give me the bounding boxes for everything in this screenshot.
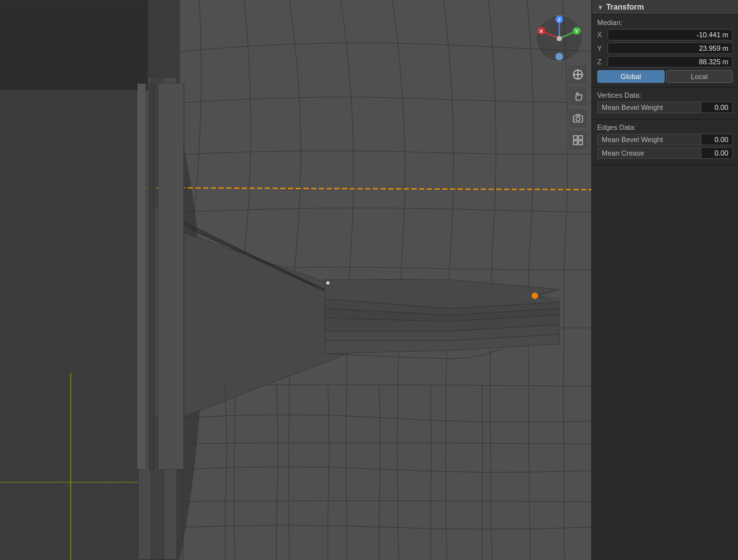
- mean-crease-label: Mean Crease: [597, 147, 701, 159]
- global-local-row: Global Local: [597, 70, 733, 83]
- edges-bevel-row: Mean Bevel Weight 0.00: [597, 134, 733, 145]
- vertices-bevel-label: Mean Bevel Weight: [597, 102, 701, 113]
- svg-rect-72: [579, 136, 582, 140]
- local-btn[interactable]: Local: [666, 70, 734, 83]
- edges-bevel-value[interactable]: 0.00: [701, 134, 733, 145]
- mean-crease-row: Mean Crease 0.00: [597, 147, 733, 159]
- svg-text:Y: Y: [575, 28, 579, 34]
- viewport-gizmo[interactable]: Z Y X: [534, 13, 585, 64]
- svg-point-65: [555, 53, 563, 60]
- global-btn[interactable]: Global: [597, 70, 665, 83]
- x-value[interactable]: [608, 29, 733, 41]
- median-section: Median: X Y Z Global Local: [592, 15, 738, 87]
- transform-arrow: ▼: [597, 4, 604, 11]
- svg-rect-73: [573, 141, 577, 145]
- edges-data-label: Edges Data:: [597, 123, 733, 131]
- viewport-3d[interactable]: Z Y X: [0, 0, 591, 560]
- vertices-bevel-row: Mean Bevel Weight 0.00: [597, 102, 733, 113]
- grid-view-btn[interactable]: [568, 130, 588, 150]
- svg-rect-74: [579, 141, 582, 145]
- svg-text:Z: Z: [558, 17, 561, 23]
- svg-text:X: X: [539, 28, 543, 34]
- z-value[interactable]: [608, 56, 733, 68]
- svg-rect-49: [138, 84, 146, 469]
- svg-point-70: [576, 117, 580, 121]
- y-label: Y: [597, 44, 608, 52]
- y-value[interactable]: [608, 42, 733, 54]
- svg-point-64: [557, 36, 562, 41]
- properties-panel: ▼ Transform Median: X Y Z Global Local V…: [591, 0, 738, 560]
- viewport-tools: [568, 64, 588, 150]
- median-label: Median:: [597, 19, 733, 26]
- vertices-bevel-value[interactable]: 0.00: [701, 102, 733, 113]
- transform-title: Transform: [606, 3, 644, 12]
- hand-tool-btn[interactable]: [568, 86, 588, 107]
- svg-point-47: [532, 293, 538, 299]
- vertices-data-label: Vertices Data:: [597, 91, 733, 99]
- vertices-data-section: Vertices Data: Mean Bevel Weight 0.00: [592, 87, 738, 120]
- mean-crease-value[interactable]: 0.00: [701, 147, 733, 159]
- svg-rect-20: [0, 0, 148, 90]
- x-coord-row: X: [597, 29, 733, 41]
- mesh-viewport: [0, 0, 591, 560]
- svg-rect-71: [573, 136, 577, 140]
- edges-bevel-label: Mean Bevel Weight: [597, 134, 701, 145]
- svg-rect-50: [149, 84, 154, 469]
- camera-tool-btn[interactable]: [568, 108, 588, 129]
- x-label: X: [597, 31, 608, 39]
- cursor-tool-btn[interactable]: [568, 64, 588, 85]
- svg-point-48: [327, 282, 330, 285]
- z-coord-row: Z: [597, 56, 733, 68]
- svg-rect-51: [158, 84, 184, 469]
- transform-header[interactable]: ▼ Transform: [592, 0, 738, 15]
- z-label: Z: [597, 58, 608, 66]
- edges-data-section: Edges Data: Mean Bevel Weight 0.00 Mean …: [592, 120, 738, 165]
- y-coord-row: Y: [597, 42, 733, 54]
